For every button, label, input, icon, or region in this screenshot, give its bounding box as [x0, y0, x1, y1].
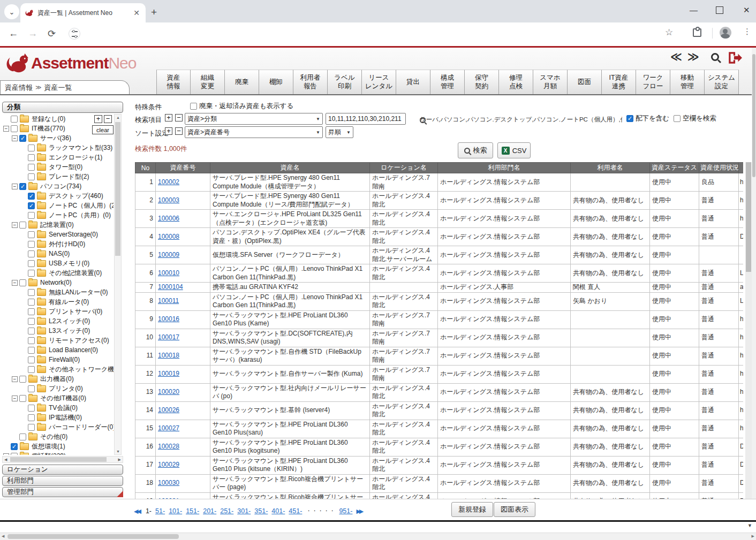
menu-button-リースレンタル[interactable]: リース レンタル [362, 70, 396, 94]
page-horizontal-scrollbar[interactable]: ◀ ▶ [0, 533, 756, 540]
tree-item[interactable]: −Network(0) [2, 278, 114, 287]
window-close-button[interactable]: ✕ [743, 5, 750, 15]
tree-checkbox[interactable] [19, 279, 26, 286]
collapse-icon[interactable]: − [12, 222, 18, 228]
tree-checkbox[interactable] [28, 328, 35, 334]
tree-item[interactable]: ServerStorage(0) [2, 230, 114, 239]
add-condition-button[interactable]: + [165, 114, 172, 121]
csv-export-button[interactable]: X CSV [497, 142, 531, 158]
tree-checkbox[interactable] [28, 144, 35, 151]
tree-clear-button[interactable]: clear [92, 125, 114, 134]
forward-icon[interactable]: → [28, 28, 37, 39]
remove-sort-button[interactable]: − [175, 127, 183, 135]
first-page-icon[interactable]: ◀◀ [134, 508, 140, 515]
sidebar-tab-using-department[interactable]: 利用部門 [2, 476, 123, 486]
tree-checkbox[interactable] [28, 289, 35, 296]
tree-checkbox[interactable] [28, 356, 35, 363]
tune-icon[interactable] [69, 28, 80, 40]
sidebar-tab-managing-department[interactable]: 管理部門 [2, 487, 123, 497]
app-logo[interactable]: AssetmentNeo [4, 51, 154, 75]
tree-item[interactable]: L2スイッチ(0) [2, 316, 114, 326]
tree-item[interactable]: エンクロージャ(1) [2, 153, 114, 162]
tree-checkbox[interactable] [28, 173, 35, 180]
asset-number-link[interactable]: 100009 [158, 251, 179, 258]
collapse-icon[interactable]: − [12, 376, 18, 382]
asset-number-link[interactable]: 100020 [158, 388, 179, 396]
tree-checkbox[interactable] [19, 183, 26, 190]
tab-search-chevron-icon[interactable]: ⌄ [4, 4, 19, 19]
scrollbar-thumb[interactable] [752, 54, 755, 177]
menu-button-棚卸[interactable]: 棚卸 [259, 70, 293, 94]
tree-item[interactable]: 無線LANルーター(0) [2, 287, 114, 297]
scroll-right-icon[interactable]: ▶ [752, 534, 754, 538]
remove-condition-button[interactable]: − [175, 114, 183, 121]
scroll-left-icon[interactable]: ◀ [2, 534, 4, 538]
breadcrumb-item[interactable]: 資産情報 [5, 83, 33, 93]
back-icon[interactable]: ← [9, 28, 18, 39]
tree-checkbox[interactable] [28, 231, 35, 238]
tree-checkbox[interactable] [19, 135, 26, 142]
tree-horizontal-scrollbar[interactable]: ◀ ▶ [2, 456, 123, 463]
tree-checkbox[interactable] [28, 299, 35, 306]
tree-item[interactable]: −パソコン(734) [2, 181, 114, 191]
scrollbar-thumb[interactable] [10, 457, 107, 462]
scroll-up-icon[interactable]: ▲ [116, 116, 120, 119]
next-pages-icon[interactable]: ▶▶ [356, 508, 362, 515]
tree-item[interactable]: −出力機器(0) [2, 374, 114, 384]
tree-checkbox[interactable] [11, 443, 18, 450]
asset-number-link[interactable]: 100016 [158, 315, 179, 323]
asset-number-link[interactable]: 100006 [158, 215, 179, 222]
tree-checkbox[interactable] [28, 318, 35, 325]
tree-checkbox[interactable] [28, 212, 35, 219]
blank-search-checkbox[interactable] [674, 115, 681, 122]
window-maximize-button[interactable] [716, 6, 723, 14]
collapse-icon[interactable]: − [12, 280, 18, 286]
sort-order-select[interactable]: 昇順▼ [326, 126, 353, 138]
panel-resize-grip[interactable] [117, 491, 123, 497]
search-item-select[interactable]: 資産>分類▼ [185, 113, 323, 125]
tree-checkbox[interactable] [28, 164, 35, 171]
menu-button-組織変更[interactable]: 組織 変更 [191, 70, 225, 94]
add-sort-button[interactable]: + [165, 127, 172, 135]
tree-item[interactable]: ノートPC（個人用）(274) [2, 201, 114, 210]
scrollbar-thumb[interactable] [746, 162, 751, 272]
tree-checkbox[interactable] [11, 125, 18, 132]
page-link[interactable]: 301- [237, 507, 251, 515]
collapse-icon[interactable]: − [12, 184, 18, 189]
tree-item[interactable]: −記憶装置(0) [2, 220, 114, 230]
page-scroll-down-icon[interactable]: ▼ [747, 523, 752, 528]
new-register-button[interactable]: 新規登録 [451, 502, 493, 517]
sidebar-tab-location[interactable]: ロケーション [2, 465, 123, 475]
tree-item[interactable]: 仮想環境(1) [2, 442, 114, 451]
asset-number-link[interactable]: 100003 [158, 196, 179, 204]
page-link[interactable]: 51- [155, 507, 165, 515]
menu-button-修理点検[interactable]: 修理 点検 [499, 70, 533, 94]
tree-collapse-all-button[interactable]: − [104, 115, 112, 123]
tree-checkbox[interactable] [28, 270, 35, 277]
tree-item[interactable]: 外付けHD(0) [2, 239, 114, 249]
tree-checkbox[interactable] [28, 337, 35, 344]
tree-item[interactable]: その他ネットワーク機器(0) [2, 364, 114, 374]
tree-item[interactable]: プリントサーバ(0) [2, 307, 114, 316]
tree-item[interactable]: −サーバ(36) [2, 133, 114, 143]
menu-button-IT資産連携[interactable]: IT資産 連携 [602, 70, 636, 94]
drawing-view-button[interactable]: 図面表示 [494, 502, 535, 517]
page-vertical-scrollbar[interactable] [752, 48, 756, 521]
menu-button-ラベル印刷[interactable]: ラベル 印刷 [328, 70, 362, 94]
asset-number-link[interactable]: 100029 [158, 461, 179, 468]
tree-item[interactable]: NAS(0) [2, 249, 114, 258]
profile-avatar[interactable] [720, 27, 731, 39]
asset-number-link[interactable]: 100011 [158, 297, 179, 305]
tab-close-icon[interactable]: ✕ [132, 8, 141, 18]
page-link[interactable]: 351- [254, 507, 268, 515]
asset-number-link[interactable]: 1000104 [158, 283, 183, 291]
scroll-down-icon[interactable]: ▼ [116, 450, 120, 453]
browser-menu-icon[interactable]: ⋮ [743, 27, 751, 36]
tree-item[interactable]: プリンタ(0) [2, 384, 114, 393]
menu-button-移動管理[interactable]: 移動 管理 [670, 70, 705, 94]
asset-number-link[interactable]: 100018 [158, 352, 179, 359]
tree-item[interactable]: タワー型(0) [2, 162, 114, 172]
tree-item[interactable]: リモートアクセス(0) [2, 336, 114, 345]
tree-checkbox[interactable] [11, 453, 18, 455]
menu-button-図面[interactable]: 図面 [568, 70, 602, 94]
